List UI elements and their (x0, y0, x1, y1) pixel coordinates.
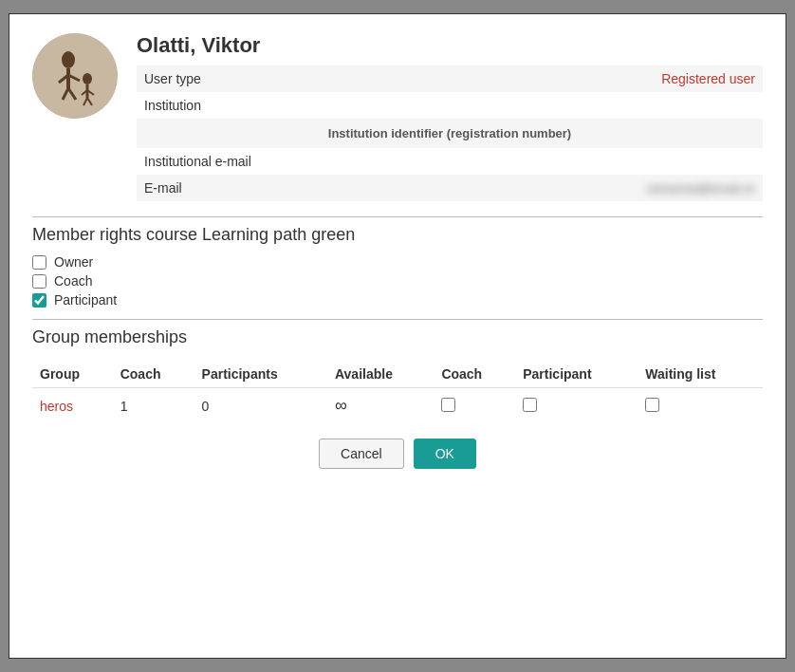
user-type-row: User type Registered user (137, 65, 763, 92)
cancel-button[interactable]: Cancel (319, 439, 404, 469)
table-row: heros 1 0 ∞ (32, 388, 763, 424)
email-value: someone@email.xx (450, 175, 763, 201)
owner-checkbox[interactable] (32, 255, 46, 270)
group-table: Group Coach Participants Available Coach… (32, 361, 763, 423)
info-table: User type Registered user Institution In… (137, 65, 763, 201)
profile-name: Olatti, Viktor (137, 33, 763, 58)
ok-button[interactable]: OK (414, 439, 476, 469)
coach-check-cell[interactable] (434, 388, 515, 424)
participant-checkbox[interactable] (32, 293, 46, 308)
col-participant: Participant (515, 361, 638, 388)
coach-label: Coach (54, 273, 92, 289)
waiting-list-check-cell[interactable] (638, 388, 763, 424)
group-divider (32, 319, 763, 320)
institution-identifier-label: Institution identifier (registration num… (328, 126, 571, 140)
participant-check[interactable] (523, 398, 537, 412)
owner-checkbox-item[interactable]: Owner (32, 254, 763, 270)
participant-label: Participant (54, 292, 117, 308)
course-divider (32, 216, 763, 217)
institution-label: Institution (137, 92, 450, 119)
participant-checkbox-item[interactable]: Participant (32, 292, 763, 308)
group-table-header: Group Coach Participants Available Coach… (32, 361, 763, 388)
institutional-email-label: Institutional e-mail (137, 148, 450, 175)
participant-check-cell[interactable] (515, 388, 638, 424)
col-group: Group (32, 361, 113, 388)
avatar-image (32, 33, 118, 119)
course-section-title: Member rights course Learning path green (32, 225, 763, 245)
svg-point-0 (32, 33, 118, 119)
col-waiting-list: Waiting list (638, 361, 763, 388)
owner-label: Owner (54, 254, 93, 270)
svg-point-1 (62, 51, 75, 68)
institution-value (450, 92, 763, 119)
checkbox-group: Owner Coach Participant (32, 254, 763, 308)
avatar (32, 33, 118, 119)
col-participants: Participants (194, 361, 327, 388)
user-type-label: User type (137, 65, 450, 92)
svg-point-7 (83, 73, 92, 84)
email-row: E-mail someone@email.xx (137, 175, 763, 201)
button-row: Cancel OK (32, 439, 763, 469)
profile-header: Olatti, Viktor User type Registered user… (32, 33, 763, 201)
email-blurred: someone@email.xx (647, 181, 755, 196)
participants-count: 0 (194, 388, 327, 424)
col-available: Available (327, 361, 434, 388)
email-label: E-mail (137, 175, 450, 201)
modal: Olatti, Viktor User type Registered user… (9, 13, 786, 659)
group-name: heros (32, 388, 113, 424)
institutional-email-row: Institutional e-mail (137, 148, 763, 175)
institution-row: Institution (137, 92, 763, 119)
col-coach1: Coach (113, 361, 194, 388)
coach-count: 1 (113, 388, 194, 424)
institution-identifier-row: Institution identifier (registration num… (137, 119, 763, 148)
institutional-email-value (450, 148, 763, 175)
user-type-value: Registered user (450, 65, 763, 92)
coach-checkbox[interactable] (32, 274, 46, 289)
coach-check[interactable] (441, 398, 455, 412)
col-coach2: Coach (434, 361, 515, 388)
waiting-list-check[interactable] (645, 398, 659, 412)
available-count: ∞ (327, 388, 434, 424)
coach-checkbox-item[interactable]: Coach (32, 273, 763, 289)
group-section-title: Group memberships (32, 327, 763, 347)
profile-info: Olatti, Viktor User type Registered user… (137, 33, 763, 201)
